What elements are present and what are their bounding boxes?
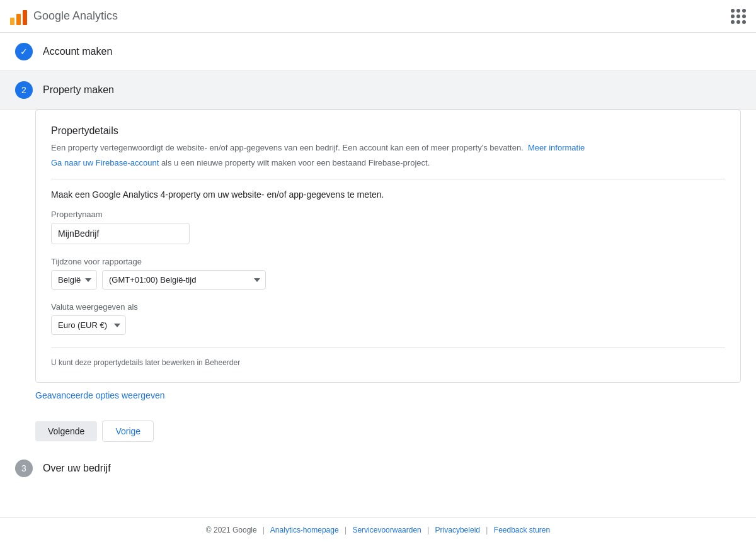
step-1-label: Account maken xyxy=(43,46,112,57)
property-name-input[interactable] xyxy=(51,223,190,244)
currency-group: Valuta weergegeven als Euro (EUR €) xyxy=(51,302,725,335)
header: Google Analytics xyxy=(0,0,756,33)
card-divider2 xyxy=(51,347,725,348)
step-3-circle: 3 xyxy=(15,460,33,477)
firebase-account-link[interactable]: Ga naar uw Firebase-account xyxy=(51,158,159,167)
footer-sep4: | xyxy=(486,526,488,534)
footer-link-terms[interactable]: Servicevoorwaarden xyxy=(352,526,421,534)
timezone-group: Tijdzone voor rapportage België (GMT+01:… xyxy=(51,257,725,290)
apps-icon[interactable] xyxy=(731,9,746,24)
card-desc1: Een property vertegenwoordigt de website… xyxy=(51,142,725,154)
prev-button[interactable]: Vorige xyxy=(102,421,154,442)
step-3-label: Over uw bedrijf xyxy=(43,463,111,474)
footer-copyright: © 2021 Google xyxy=(206,526,257,534)
meer-informatie-link[interactable]: Meer informatie xyxy=(528,143,585,152)
footer-sep2: | xyxy=(345,526,346,534)
header-left: Google Analytics xyxy=(10,8,118,25)
currency-label: Valuta weergegeven als xyxy=(51,302,725,312)
footer-sep1: | xyxy=(263,526,265,534)
logo-bar1 xyxy=(10,18,14,25)
card-desc2-suffix: als u een nieuwe property wilt maken voo… xyxy=(161,158,430,167)
country-select[interactable]: België xyxy=(51,270,97,290)
step-2-circle: 2 xyxy=(15,81,33,99)
app-title: Google Analytics xyxy=(33,9,118,23)
logo-bar2 xyxy=(16,14,21,25)
card-desc1-text: Een property vertegenwoordigt de website… xyxy=(51,143,524,152)
next-button[interactable]: Volgende xyxy=(35,421,97,441)
property-name-group: Propertynaam xyxy=(51,210,725,244)
step-2-row: 2 Property maken xyxy=(0,71,756,110)
logo-bar3 xyxy=(23,10,27,25)
footer-sep3: | xyxy=(427,526,429,534)
property-name-label: Propertynaam xyxy=(51,210,725,219)
card-divider1 xyxy=(51,179,725,179)
step-1-row: ✓ Account maken xyxy=(0,33,756,71)
step-2-number: 2 xyxy=(21,85,26,95)
footer: © 2021 Google | Analytics-homepage | Ser… xyxy=(0,517,756,542)
step-3-number: 3 xyxy=(21,463,26,473)
footer-link-feedback[interactable]: Feedback sturen xyxy=(494,526,550,534)
step-2-label: Property maken xyxy=(43,84,114,96)
card-title: Propertydetails xyxy=(51,125,725,137)
timezone-label: Tijdzone voor rapportage xyxy=(51,257,725,266)
card-desc2: Ga naar uw Firebase-account als u een ni… xyxy=(51,157,725,169)
currency-select[interactable]: Euro (EUR €) xyxy=(51,315,126,335)
footer-link-privacy[interactable]: Privacybeleid xyxy=(435,526,480,534)
step-1-circle: ✓ xyxy=(15,43,33,60)
card-area: Propertydetails Een property vertegenwoo… xyxy=(35,110,741,442)
timezone-row: België (GMT+01:00) België-tijd xyxy=(51,270,725,290)
timezone-select[interactable]: (GMT+01:00) België-tijd xyxy=(102,270,266,290)
hint-text: U kunt deze propertydetails later bewerk… xyxy=(51,358,725,367)
property-card: Propertydetails Een property vertegenwoo… xyxy=(35,110,741,383)
step-3-row: 3 Over uw bedrijf xyxy=(0,447,756,490)
step-1-checkmark: ✓ xyxy=(20,47,28,57)
button-area: Volgende Vorige xyxy=(35,421,741,442)
ga4-label: Maak een Google Analytics 4-property om … xyxy=(51,189,725,200)
advanced-options-link[interactable]: Geavanceerde opties weergeven xyxy=(35,390,164,400)
footer-link-analytics[interactable]: Analytics-homepage xyxy=(270,526,339,534)
ga-logo xyxy=(10,8,27,25)
